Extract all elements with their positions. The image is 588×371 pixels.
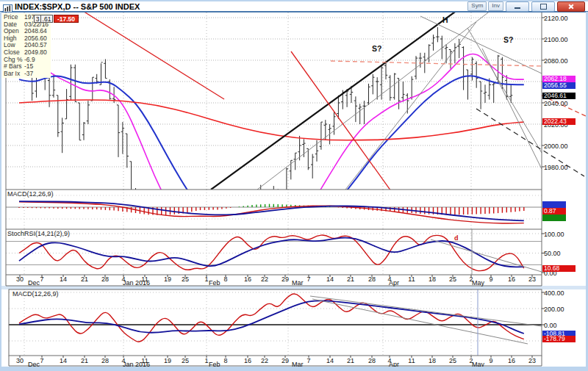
macd-upper-value-tag: [542, 215, 566, 221]
x-tick-label: 14: [60, 275, 67, 283]
price-axis-label: 2000.00: [544, 143, 568, 150]
restore-icon: [540, 4, 547, 10]
price-axis-label: 2100.00: [544, 36, 568, 43]
x-tick-label: 16: [508, 357, 515, 364]
window-title: INDEX:$SPX,D -- S&P 500 INDEX: [15, 2, 140, 11]
stochrsi-value-tag: 10.68: [542, 265, 576, 272]
minimize-icon: [514, 7, 520, 9]
close-button[interactable]: [557, 1, 585, 12]
x-tick-label: 9: [489, 275, 492, 283]
price-axis-label: 2040.00: [544, 100, 568, 107]
info-value: -37: [24, 71, 33, 78]
x-tick-label: 22: [261, 357, 268, 364]
x-tick-label: 19: [164, 275, 171, 283]
x-tick-label: 21: [81, 275, 88, 283]
x-tick-label: 1: [204, 357, 208, 364]
macd-lower-value-tag: -178.79: [542, 336, 576, 342]
x-tick-label: 29: [282, 275, 289, 283]
x-tick-label: 25: [449, 357, 456, 364]
x-tick-label: 23: [528, 275, 536, 283]
price-value-tag: 2046.61: [542, 93, 576, 99]
price-axis-label: 2120.00: [544, 15, 568, 22]
chart-window: INDEX:$SPX,D -- S&P 500 INDEX Sym Inv Pr…: [0, 0, 588, 371]
stochrsi-axis-label: 100.00: [544, 231, 564, 238]
x-month-label: Feb: [209, 279, 220, 287]
macd-lower-panel-title: MACD(12,26,9): [12, 290, 59, 298]
x-tick-label: 14: [60, 357, 67, 364]
x-tick-label: 22: [261, 275, 268, 283]
window-frame-left: [0, 0, 1, 371]
x-tick-label: 16: [244, 357, 251, 364]
x-tick-label: 11: [408, 357, 415, 364]
x-tick-label: 23: [528, 357, 536, 364]
window-titlebar[interactable]: INDEX:$SPX,D -- S&P 500 INDEX Sym Inv: [0, 0, 588, 12]
x-tick-label: 18: [429, 275, 436, 283]
info-label: Bar Ix: [4, 71, 24, 78]
stochrsi-axis-label: 50.00: [544, 250, 561, 257]
x-tick-label: 29: [282, 357, 289, 364]
x-tick-label: 8: [223, 275, 227, 283]
stochrsi-panel-title: StochRSI(14,21(2),9): [7, 230, 70, 237]
x-tick-label: 25: [182, 357, 189, 364]
x-tick-label: 28: [368, 357, 376, 364]
annotation-h: H: [442, 15, 448, 24]
price-value-tag: 2022.43: [542, 118, 576, 125]
annotation-s: S?: [372, 44, 381, 53]
x-tick-label: 7: [40, 275, 43, 283]
x-tick-label: 28: [101, 357, 109, 364]
x-tick-label: 16: [508, 275, 515, 283]
restore-button[interactable]: [531, 1, 555, 12]
change-box-b: .61: [40, 15, 53, 23]
x-tick-label: 7: [306, 357, 310, 364]
macd-upper-value-tag: [542, 201, 566, 208]
x-tick-label: 21: [347, 275, 354, 283]
inv-button[interactable]: Inv: [488, 1, 503, 11]
annotation-d: d: [454, 234, 459, 242]
macd-upper-value-tag: 0.87: [542, 208, 566, 215]
price-value-tag: 2056.55: [542, 82, 576, 89]
x-tick-label: 7: [306, 275, 310, 283]
x-tick-label: 21: [81, 357, 88, 364]
sym-button[interactable]: Sym: [467, 1, 487, 11]
x-tick-label: 7: [40, 357, 43, 364]
macd-upper-panel-title: MACD(12,26,9): [7, 190, 54, 198]
x-tick-label: 30: [16, 275, 24, 283]
x-month-label: Mar: [292, 279, 304, 287]
x-tick-label: 1: [204, 275, 208, 283]
x-month-label: Jan 2016: [123, 279, 150, 287]
x-tick-label: 11: [408, 275, 415, 283]
window-frame-bottom: [0, 367, 588, 371]
x-tick-label: 25: [449, 275, 456, 283]
app-icon: [3, 2, 12, 10]
price-axis-label: 1980.00: [544, 164, 568, 171]
x-tick-label: 14: [326, 275, 334, 283]
x-tick-label: 14: [326, 357, 334, 364]
x-tick-label: 19: [164, 357, 171, 364]
close-icon: [568, 4, 574, 10]
x-tick-label: 25: [182, 275, 189, 283]
change-box-negative: -17.50: [54, 15, 79, 23]
macd-axis-label: 200.00: [544, 306, 564, 313]
x-tick-label: 8: [223, 357, 227, 364]
x-month-label: Dec: [28, 279, 40, 287]
macd-axis-label: 400.00: [544, 289, 564, 297]
minimize-button[interactable]: [506, 1, 529, 12]
annotation-s: S?: [503, 35, 513, 44]
x-tick-label: 18: [429, 357, 436, 364]
chart-overlay: Price1973.28Date03/22/16Open2048.64High2…: [0, 0, 588, 371]
x-tick-label: 16: [244, 275, 251, 283]
x-tick-label: 30: [16, 357, 24, 364]
x-month-label: Apr: [389, 279, 399, 287]
x-tick-label: 21: [347, 357, 354, 364]
x-tick-label: 28: [368, 275, 376, 283]
macd-axis-label: 0.00: [544, 322, 557, 329]
x-tick-label: 9: [489, 357, 492, 364]
price-axis-label: 2080.00: [544, 57, 568, 65]
info-row: Bar Ix-37: [4, 71, 49, 78]
x-tick-label: 28: [101, 275, 109, 283]
x-month-label: May: [472, 279, 484, 287]
